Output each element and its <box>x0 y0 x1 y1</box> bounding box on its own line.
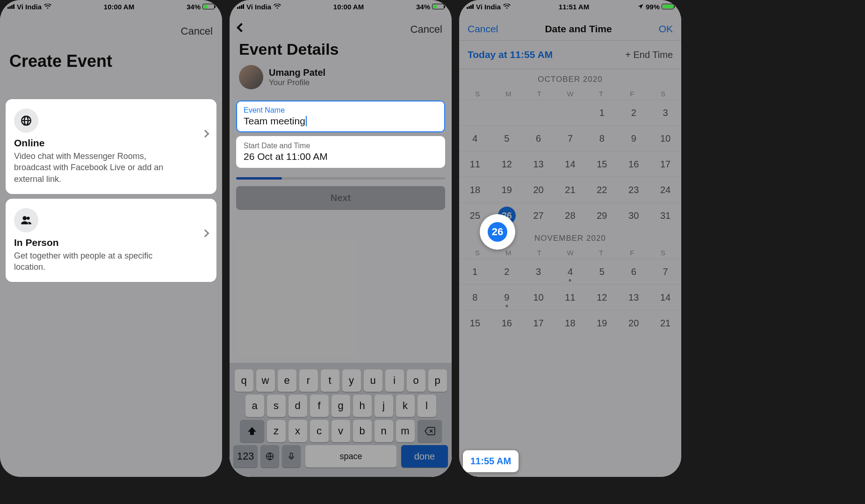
calendar-day[interactable]: 23 <box>618 177 649 202</box>
calendar-day[interactable]: 3 <box>649 100 681 125</box>
mic-key[interactable] <box>282 445 301 468</box>
calendar-day[interactable]: 11 <box>459 151 491 177</box>
key-j[interactable]: j <box>375 395 393 417</box>
ok-button[interactable]: OK <box>659 23 673 35</box>
screen-create-event: Vi India 10:00 AM 34% Cancel Create Even… <box>0 0 222 477</box>
key-x[interactable]: x <box>288 420 307 442</box>
key-d[interactable]: d <box>288 395 307 417</box>
cancel-button[interactable]: Cancel <box>0 19 222 37</box>
calendar-day[interactable]: 4 <box>459 126 491 151</box>
done-key[interactable]: done <box>401 445 448 468</box>
calendar-day[interactable]: 27 <box>523 203 555 228</box>
calendar-day[interactable]: 15 <box>586 151 618 177</box>
calendar-day[interactable]: 17 <box>523 310 555 336</box>
numbers-key[interactable]: 123 <box>233 445 258 468</box>
calendar-day[interactable]: 16 <box>491 310 523 336</box>
key-v[interactable]: v <box>332 420 350 442</box>
shift-key[interactable] <box>240 420 264 442</box>
key-u[interactable]: u <box>364 369 382 392</box>
key-b[interactable]: b <box>353 420 372 442</box>
calendar-day[interactable]: 12 <box>586 285 618 310</box>
calendar-day[interactable]: 1 <box>459 259 491 284</box>
calendar-day[interactable]: 9 <box>491 285 523 310</box>
key-k[interactable]: k <box>396 395 415 417</box>
key-n[interactable]: n <box>375 420 393 442</box>
calendar-day[interactable]: 8 <box>459 285 491 310</box>
calendar-day[interactable]: 6 <box>618 259 649 284</box>
next-button[interactable]: Next <box>236 186 445 210</box>
calendar-day[interactable]: 17 <box>649 151 681 177</box>
calendar-day[interactable]: 7 <box>649 259 681 284</box>
calendar-day[interactable]: 19 <box>491 177 523 202</box>
calendar-day[interactable]: 18 <box>555 310 586 336</box>
calendar-day[interactable]: 24 <box>649 177 681 202</box>
calendar-day[interactable]: 22 <box>586 177 618 202</box>
time-value-highlight[interactable]: 11:55 AM <box>463 450 519 472</box>
event-name-input[interactable]: Event Name Team meeting <box>236 101 445 132</box>
calendar-day[interactable]: 29 <box>586 203 618 228</box>
carrier-label: Vi India <box>476 3 501 11</box>
calendar-day[interactable]: 8 <box>586 126 618 151</box>
calendar-day[interactable]: 4 <box>555 259 586 284</box>
today-label[interactable]: Today at 11:55 AM <box>468 49 553 60</box>
start-datetime-input[interactable]: Start Date and Time 26 Oct at 11:00 AM <box>236 136 445 168</box>
calendar-day[interactable]: 20 <box>618 310 649 336</box>
calendar-day[interactable]: 13 <box>618 285 649 310</box>
calendar-day[interactable]: 19 <box>586 310 618 336</box>
key-y[interactable]: y <box>342 369 361 392</box>
calendar-day[interactable]: 6 <box>523 126 555 151</box>
key-m[interactable]: m <box>396 420 415 442</box>
option-inperson[interactable]: In Person Get together with people at a … <box>6 199 216 282</box>
calendar-day[interactable]: 14 <box>555 151 586 177</box>
key-s[interactable]: s <box>267 395 286 417</box>
key-c[interactable]: c <box>310 420 329 442</box>
calendar-day[interactable]: 2 <box>491 259 523 284</box>
key-w[interactable]: w <box>256 369 275 392</box>
keyboard[interactable]: qwertyuiop asdfghjkl zxcvbnm 123 space d… <box>230 363 452 477</box>
key-p[interactable]: p <box>428 369 447 392</box>
key-o[interactable]: o <box>407 369 425 392</box>
selected-day-highlight[interactable]: 26 <box>480 214 515 250</box>
key-i[interactable]: i <box>385 369 404 392</box>
backspace-key[interactable] <box>418 420 442 442</box>
calendar-day[interactable]: 10 <box>523 285 555 310</box>
key-a[interactable]: a <box>245 395 264 417</box>
key-f[interactable]: f <box>310 395 329 417</box>
key-t[interactable]: t <box>321 369 339 392</box>
calendar-day[interactable]: 15 <box>459 310 491 336</box>
calendar-day[interactable]: 21 <box>649 310 681 336</box>
globe-key[interactable] <box>260 445 279 468</box>
calendar-day[interactable]: 9 <box>618 126 649 151</box>
calendar-day[interactable]: 5 <box>586 259 618 284</box>
calendar-day[interactable]: 14 <box>649 285 681 310</box>
option-online[interactable]: Online Video chat with Messenger Rooms, … <box>6 99 216 194</box>
calendar-day[interactable]: 31 <box>649 203 681 228</box>
key-h[interactable]: h <box>353 395 372 417</box>
key-z[interactable]: z <box>267 420 286 442</box>
calendar-day[interactable]: 2 <box>618 100 649 125</box>
calendar-day[interactable]: 11 <box>555 285 586 310</box>
dow-cell: F <box>617 90 648 98</box>
calendar-day[interactable]: 7 <box>555 126 586 151</box>
calendar-day[interactable]: 3 <box>523 259 555 284</box>
calendar-day[interactable]: 1 <box>586 100 618 125</box>
key-g[interactable]: g <box>332 395 350 417</box>
key-q[interactable]: q <box>235 369 253 392</box>
calendar-day[interactable]: 28 <box>555 203 586 228</box>
calendar-day[interactable]: 30 <box>618 203 649 228</box>
calendar-day[interactable]: 18 <box>459 177 491 202</box>
calendar-day[interactable]: 10 <box>649 126 681 151</box>
calendar-day[interactable]: 13 <box>523 151 555 177</box>
cancel-button[interactable]: Cancel <box>468 23 498 35</box>
add-end-time[interactable]: + End Time <box>625 50 673 60</box>
key-r[interactable]: r <box>299 369 318 392</box>
calendar-day[interactable]: 21 <box>555 177 586 202</box>
key-e[interactable]: e <box>278 369 296 392</box>
key-l[interactable]: l <box>418 395 436 417</box>
calendar-day[interactable]: 5 <box>491 126 523 151</box>
calendar-day[interactable]: 20 <box>523 177 555 202</box>
profile-row[interactable]: Umang Patel Your Profile <box>230 63 452 97</box>
calendar-day[interactable]: 12 <box>491 151 523 177</box>
space-key[interactable]: space <box>305 445 396 468</box>
calendar-day[interactable]: 16 <box>618 151 649 177</box>
